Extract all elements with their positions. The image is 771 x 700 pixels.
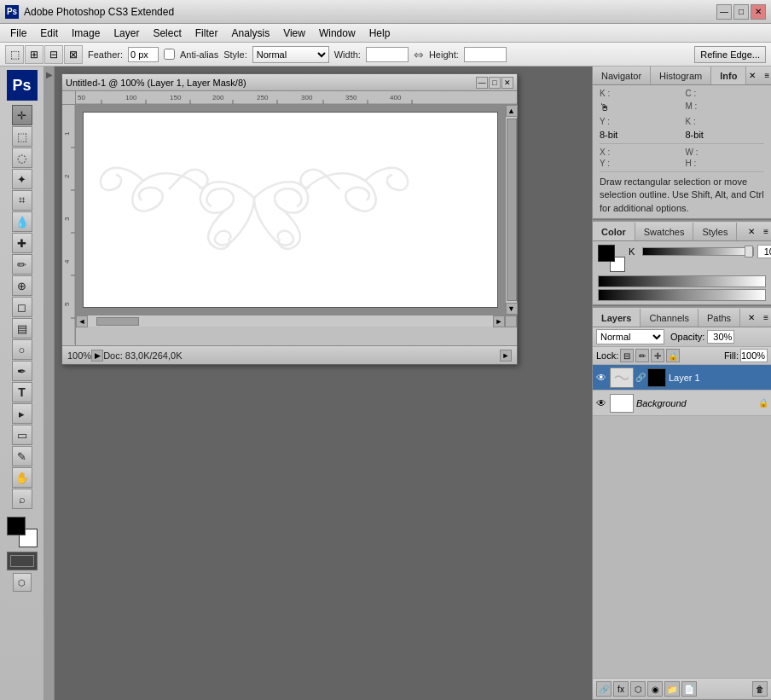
tab-layers[interactable]: Layers <box>593 309 641 327</box>
zoom-tool[interactable]: ⌕ <box>12 489 32 509</box>
width-input[interactable] <box>366 47 409 62</box>
canvas-viewport[interactable] <box>76 105 505 315</box>
notes-tool[interactable]: ✎ <box>12 446 32 466</box>
color-panel-close[interactable]: ✕ <box>745 227 757 236</box>
minimize-button[interactable]: — <box>716 4 732 20</box>
maximize-button[interactable]: □ <box>733 4 749 20</box>
new-group-btn[interactable]: 📁 <box>664 681 680 697</box>
brush-tool[interactable]: ✏ <box>12 254 32 275</box>
info-panel-close[interactable]: ✕ <box>746 71 758 80</box>
subtract-selection-btn[interactable]: ⊟ <box>44 45 63 64</box>
quick-mask-btn[interactable]: ⬡ <box>13 573 32 592</box>
menu-help[interactable]: Help <box>362 26 397 41</box>
eraser-tool[interactable]: ◻ <box>12 297 32 317</box>
color-swatches[interactable] <box>7 517 38 547</box>
clone-stamp-tool[interactable]: ⊕ <box>12 275 32 296</box>
left-collapse-arrow[interactable]: ▶ <box>46 70 53 79</box>
add-mask-btn[interactable]: ⬡ <box>630 681 646 697</box>
scroll-up-btn[interactable]: ▲ <box>506 105 518 117</box>
scroll-left-btn[interactable]: ◄ <box>76 315 88 327</box>
doc-close[interactable]: ✕ <box>501 77 513 89</box>
new-layer-btn[interactable]: 📄 <box>681 681 697 697</box>
blend-mode-select[interactable]: Normal Multiply Screen <box>596 329 664 344</box>
layers-panel-close[interactable]: ✕ <box>745 313 757 322</box>
new-fill-adj-btn[interactable]: ◉ <box>647 681 663 697</box>
color-spectrum-bar[interactable] <box>598 275 766 287</box>
eyedropper-tool[interactable]: 💧 <box>12 211 32 232</box>
status-arrow[interactable]: ▶ <box>91 350 103 362</box>
shape-tool[interactable]: ▭ <box>12 425 32 445</box>
add-style-btn[interactable]: fx <box>613 681 629 697</box>
tab-histogram[interactable]: Histogram <box>651 67 711 84</box>
menu-edit[interactable]: Edit <box>33 26 65 41</box>
lasso-tool[interactable]: ◌ <box>12 148 32 168</box>
menu-view[interactable]: View <box>276 26 312 41</box>
tab-styles[interactable]: Styles <box>693 223 737 240</box>
fg-color-box[interactable] <box>598 245 615 262</box>
color-panel-menu[interactable]: ≡ <box>761 227 771 236</box>
menu-select[interactable]: Select <box>146 26 188 41</box>
pen-tool[interactable]: ✒ <box>12 361 32 381</box>
style-select[interactable]: Normal Fixed Ratio Fixed Size <box>252 46 329 63</box>
color-ramp[interactable] <box>598 289 766 301</box>
lock-transparent-btn[interactable]: ⊟ <box>620 349 634 362</box>
menu-window[interactable]: Window <box>312 26 362 41</box>
scroll-thumb-v[interactable] <box>507 119 517 301</box>
height-input[interactable] <box>464 47 507 62</box>
tab-color[interactable]: Color <box>593 223 635 240</box>
dodge-tool[interactable]: ○ <box>12 339 32 360</box>
tab-swatches[interactable]: Swatches <box>635 223 694 240</box>
path-select-tool[interactable]: ▸ <box>12 403 32 424</box>
layer-item-layer1[interactable]: 👁 🔗 Layer 1 <box>593 365 771 390</box>
menu-file[interactable]: File <box>3 26 33 41</box>
layer1-chain-icon[interactable]: 🔗 <box>636 373 645 382</box>
close-button[interactable]: ✕ <box>751 4 766 20</box>
lock-image-btn[interactable]: ✏ <box>635 349 649 362</box>
opacity-input[interactable] <box>707 330 734 344</box>
tab-info[interactable]: Info <box>711 67 746 84</box>
fill-input[interactable] <box>740 349 768 362</box>
scroll-right-btn[interactable]: ► <box>493 315 505 327</box>
intersect-selection-btn[interactable]: ⊠ <box>64 45 83 64</box>
layer1-mask-thumbnail <box>647 368 666 387</box>
move-tool[interactable]: ✛ <box>12 105 32 125</box>
feather-input[interactable] <box>128 47 159 62</box>
lock-all-btn[interactable]: 🔒 <box>666 349 680 362</box>
link-layers-btn[interactable]: 🔗 <box>596 681 612 697</box>
refine-edge-button[interactable]: Refine Edge... <box>694 46 766 63</box>
crop-tool[interactable]: ⌗ <box>12 190 32 211</box>
lock-position-btn[interactable]: ✛ <box>651 349 664 362</box>
background-visibility-eye[interactable]: 👁 <box>595 397 607 409</box>
wand-tool[interactable]: ✦ <box>12 169 32 189</box>
scroll-down-btn[interactable]: ▼ <box>506 303 518 315</box>
doc-maximize[interactable]: □ <box>489 77 501 89</box>
tab-paths[interactable]: Paths <box>699 309 740 327</box>
scroll-thumb-h[interactable] <box>96 317 139 326</box>
tab-navigator[interactable]: Navigator <box>593 67 651 84</box>
layer1-visibility-eye[interactable]: 👁 <box>595 372 607 384</box>
foreground-color-swatch[interactable] <box>7 517 26 535</box>
menu-image[interactable]: Image <box>65 26 107 41</box>
anti-alias-checkbox[interactable] <box>164 49 175 60</box>
heal-tool[interactable]: ✚ <box>12 233 32 253</box>
info-panel-menu[interactable]: ≡ <box>762 71 771 80</box>
tab-channels[interactable]: Channels <box>641 309 698 327</box>
status-nav-btn[interactable]: ► <box>500 350 512 362</box>
menu-filter[interactable]: Filter <box>188 26 225 41</box>
type-tool[interactable]: T <box>12 382 32 402</box>
vertical-scrollbar[interactable]: ▲ ▼ <box>505 105 517 315</box>
doc-minimize[interactable]: — <box>476 77 488 89</box>
menu-analysis[interactable]: Analysis <box>224 26 276 41</box>
marquee-tool[interactable]: ⬚ <box>12 126 32 147</box>
delete-layer-btn[interactable]: 🗑 <box>752 681 768 697</box>
k-channel-value[interactable] <box>757 245 771 258</box>
hand-tool[interactable]: ✋ <box>12 467 32 488</box>
add-selection-btn[interactable]: ⊞ <box>25 45 43 64</box>
new-selection-btn[interactable]: ⬚ <box>5 45 24 64</box>
menu-layer[interactable]: Layer <box>107 26 146 41</box>
gradient-tool[interactable]: ▤ <box>12 318 32 338</box>
layers-panel-menu[interactable]: ≡ <box>761 313 771 322</box>
horizontal-scrollbar[interactable]: ◄ ► <box>76 315 517 327</box>
layer-item-background[interactable]: 👁 Background 🔒 <box>593 390 771 416</box>
k-channel-slider[interactable] <box>642 247 754 256</box>
